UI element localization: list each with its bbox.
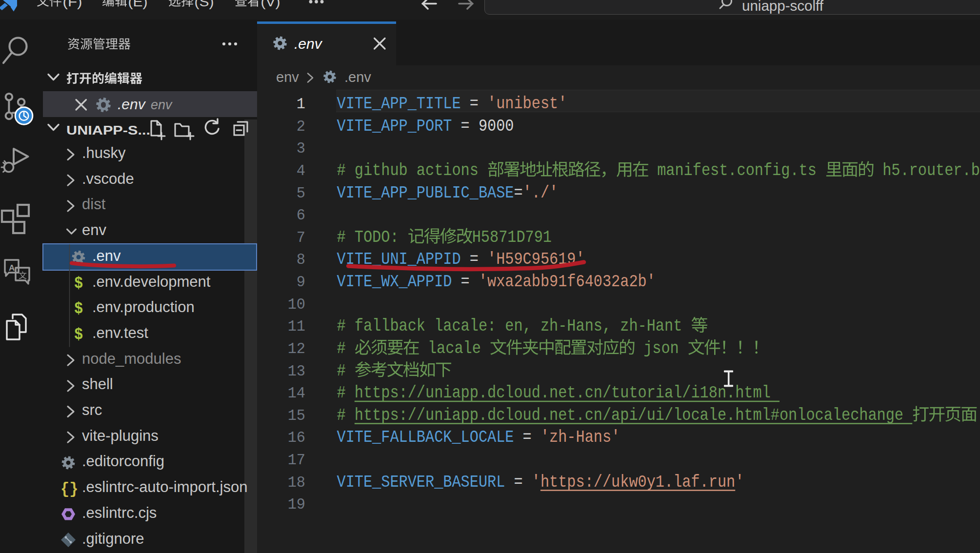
svg-text:.env: .env <box>344 69 371 85</box>
svg-text:10: 10 <box>288 296 305 313</box>
svg-text:13: 13 <box>288 363 305 380</box>
svg-text:.eslintrc-auto-import.json: .eslintrc-auto-import.json <box>82 478 247 495</box>
svg-text:$: $ <box>74 299 83 318</box>
svg-text:src: src <box>82 401 102 418</box>
svg-text:.env.test: .env.test <box>92 324 148 341</box>
svg-text:.husky: .husky <box>82 144 126 161</box>
svg-text:6: 6 <box>297 207 305 224</box>
svg-text:=: = <box>514 183 522 202</box>
svg-text:14: 14 <box>288 385 305 402</box>
svg-text:.vscode: .vscode <box>82 170 134 187</box>
svg-text:18: 18 <box>288 474 305 491</box>
svg-text:8: 8 <box>297 251 305 268</box>
svg-text:VITE_SERVER_BASEURL: VITE_SERVER_BASEURL <box>337 473 505 492</box>
svg-text:12: 12 <box>288 340 305 357</box>
svg-text:VITE_APP_PUBLIC_BASE: VITE_APP_PUBLIC_BASE <box>337 183 514 202</box>
svg-text:11: 11 <box>288 318 305 335</box>
svg-text:7: 7 <box>297 229 305 246</box>
svg-text:': ' <box>735 473 744 492</box>
svg-text:shell: shell <box>82 375 113 393</box>
svg-text:# https://uniapp.dcloud.net.cn: # https://uniapp.dcloud.net.cn/api/ui/lo… <box>337 406 913 425</box>
svg-text:9000: 9000 <box>479 117 514 136</box>
svg-text:.editorconfig: .editorconfig <box>82 453 164 470</box>
svg-text:H5871D791: H5871D791 <box>472 228 552 247</box>
svg-text:dist: dist <box>82 196 106 213</box>
svg-text:$: $ <box>74 274 83 293</box>
svg-text:=: = <box>452 272 478 291</box>
svg-text:env: env <box>151 98 173 112</box>
svg-text:$: $ <box>74 325 83 344</box>
svg-text:': ' <box>532 473 540 492</box>
svg-text:=: = <box>452 117 478 136</box>
svg-text:lacale: lacale <box>419 339 490 358</box>
svg-text:4: 4 <box>297 162 305 179</box>
svg-text:'unibest': 'unibest' <box>487 94 567 113</box>
svg-text:'wxa2abb91f64032a2b': 'wxa2abb91f64032a2b' <box>479 272 656 291</box>
svg-text:=: = <box>461 94 487 113</box>
svg-text:env: env <box>276 69 299 85</box>
svg-text:A: A <box>9 263 15 273</box>
svg-text:VITE_APP_PORT: VITE_APP_PORT <box>337 117 452 136</box>
svg-text:3: 3 <box>297 140 305 157</box>
svg-text:VITE_WX_APPID: VITE_WX_APPID <box>337 272 452 291</box>
svg-text:node_modules: node_modules <box>82 350 181 367</box>
svg-text:.env: .env <box>294 36 323 52</box>
svg-text:16: 16 <box>288 429 305 446</box>
svg-text:UNIAPP-S...: UNIAPP-S... <box>66 123 150 138</box>
svg-text:9: 9 <box>297 274 305 291</box>
svg-text:.gitignore: .gitignore <box>82 530 144 547</box>
svg-text:'zh-Hans': 'zh-Hans' <box>540 428 620 447</box>
svg-text:2: 2 <box>297 118 305 135</box>
svg-text:(V): (V) <box>261 0 280 9</box>
svg-text:json: json <box>635 339 688 358</box>
svg-text:VITE_APP_TITLE: VITE_APP_TITLE <box>337 94 461 113</box>
svg-text:h5.router.base: h5.router.base <box>874 161 980 180</box>
svg-text:vite-plugins: vite-plugins <box>82 427 159 444</box>
svg-text:https://ukw0y1.laf.run: https://ukw0y1.laf.run <box>540 473 735 492</box>
svg-text:(E): (E) <box>128 0 148 9</box>
svg-text:5: 5 <box>297 185 305 202</box>
svg-text:env: env <box>82 221 106 238</box>
svg-text:.eslintrc.cjs: .eslintrc.cjs <box>82 504 157 521</box>
svg-text:# github actions: # github actions <box>337 161 488 180</box>
svg-text:(S): (S) <box>195 0 214 9</box>
svg-text:=: = <box>505 473 531 492</box>
svg-text:# TODO:: # TODO: <box>337 228 408 247</box>
svg-text:VITE_FALLBACK_LOCALE: VITE_FALLBACK_LOCALE <box>337 428 514 447</box>
svg-text:.env: .env <box>92 247 121 264</box>
svg-text:'./': './' <box>523 183 559 202</box>
svg-text:1: 1 <box>297 96 305 113</box>
svg-text:17: 17 <box>288 452 305 469</box>
svg-text:#: # <box>337 361 355 380</box>
svg-text:=: = <box>514 428 540 447</box>
svg-text:(F): (F) <box>63 0 82 9</box>
svg-text:=: = <box>461 250 487 269</box>
svg-text:manifest.config.ts: manifest.config.ts <box>648 161 825 180</box>
svg-text:15: 15 <box>288 407 305 424</box>
svg-text:.env: .env <box>118 96 146 112</box>
svg-text:.env.development: .env.development <box>92 273 211 290</box>
svg-text:uniapp-scolff: uniapp-scolff <box>742 0 824 14</box>
svg-text:{}: {} <box>60 480 78 498</box>
svg-text:# fallback lacale: en, zh-Hans: # fallback lacale: en, zh-Hans, zh-Hant <box>337 316 691 336</box>
svg-text:19: 19 <box>288 496 305 513</box>
svg-text:#: # <box>337 339 355 358</box>
svg-text:# https://uniapp.dcloud.net.cn: # https://uniapp.dcloud.net.cn/tutorial/… <box>337 383 771 402</box>
svg-text:.env.production: .env.production <box>92 298 195 316</box>
